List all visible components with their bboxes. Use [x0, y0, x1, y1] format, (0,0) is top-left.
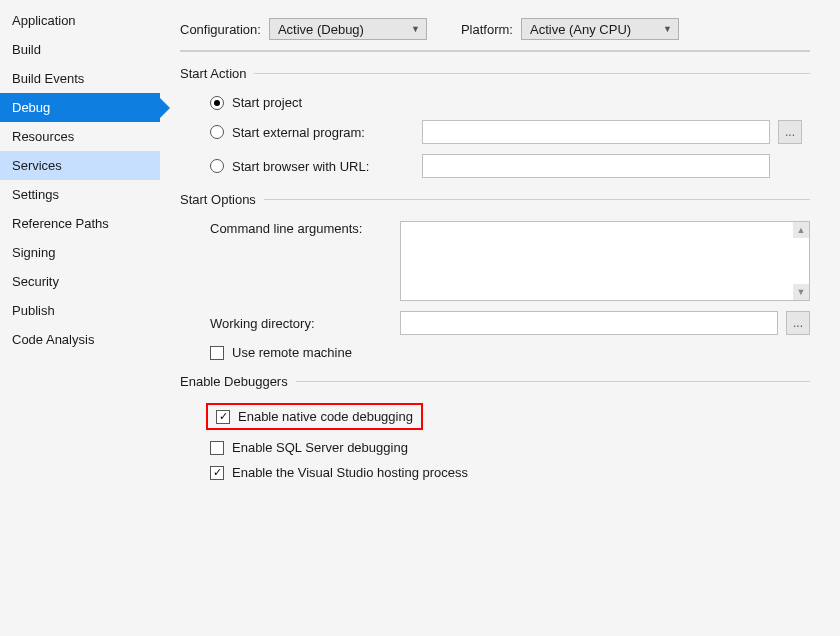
section-enable-debuggers: Enable Debuggers [180, 374, 296, 389]
chevron-down-icon: ▼ [411, 24, 420, 34]
chk-hosting-process[interactable] [210, 466, 224, 480]
platform-combo[interactable]: Active (Any CPU) ▼ [521, 18, 679, 40]
chk-sql-debug[interactable] [210, 441, 224, 455]
nav-build-events[interactable]: Build Events [0, 64, 160, 93]
divider [264, 199, 810, 200]
browse-external-button[interactable]: ... [778, 120, 802, 144]
chk-sql-debug-label: Enable SQL Server debugging [232, 440, 408, 455]
sidebar-nav: Application Build Build Events Debug Res… [0, 0, 160, 636]
cmd-args-textarea[interactable]: ▲ ▼ [400, 221, 810, 301]
radio-start-external[interactable] [210, 125, 224, 139]
chk-native-debug[interactable] [216, 410, 230, 424]
radio-start-external-label: Start external program: [232, 125, 414, 140]
working-dir-input[interactable] [400, 311, 778, 335]
nav-application[interactable]: Application [0, 6, 160, 35]
chk-use-remote[interactable] [210, 346, 224, 360]
browse-working-dir-button[interactable]: ... [786, 311, 810, 335]
radio-start-project-label: Start project [232, 95, 302, 110]
browser-url-input[interactable] [422, 154, 770, 178]
main-panel: Configuration: Active (Debug) ▼ Platform… [160, 0, 840, 636]
nav-services[interactable]: Services [0, 151, 160, 180]
configuration-value: Active (Debug) [278, 22, 364, 37]
scroll-down-icon[interactable]: ▼ [793, 284, 809, 300]
divider [296, 381, 810, 382]
working-dir-label: Working directory: [210, 316, 392, 331]
configuration-label: Configuration: [180, 22, 261, 37]
radio-start-project[interactable] [210, 96, 224, 110]
highlight-native-debug: Enable native code debugging [206, 403, 423, 430]
chk-use-remote-label: Use remote machine [232, 345, 352, 360]
radio-start-browser[interactable] [210, 159, 224, 173]
cmd-args-label: Command line arguments: [210, 221, 392, 236]
divider [180, 50, 810, 52]
nav-code-analysis[interactable]: Code Analysis [0, 325, 160, 354]
nav-resources[interactable]: Resources [0, 122, 160, 151]
configuration-combo[interactable]: Active (Debug) ▼ [269, 18, 427, 40]
chk-hosting-process-label: Enable the Visual Studio hosting process [232, 465, 468, 480]
radio-start-browser-label: Start browser with URL: [232, 159, 414, 174]
platform-label: Platform: [461, 22, 513, 37]
nav-reference-paths[interactable]: Reference Paths [0, 209, 160, 238]
external-program-input[interactable] [422, 120, 770, 144]
chevron-down-icon: ▼ [663, 24, 672, 34]
scroll-up-icon[interactable]: ▲ [793, 222, 809, 238]
nav-security[interactable]: Security [0, 267, 160, 296]
nav-publish[interactable]: Publish [0, 296, 160, 325]
nav-build[interactable]: Build [0, 35, 160, 64]
chk-native-debug-label: Enable native code debugging [238, 409, 413, 424]
nav-signing[interactable]: Signing [0, 238, 160, 267]
platform-value: Active (Any CPU) [530, 22, 631, 37]
nav-debug[interactable]: Debug [0, 93, 160, 122]
section-start-options: Start Options [180, 192, 264, 207]
section-start-action: Start Action [180, 66, 254, 81]
divider [254, 73, 810, 74]
nav-settings[interactable]: Settings [0, 180, 160, 209]
